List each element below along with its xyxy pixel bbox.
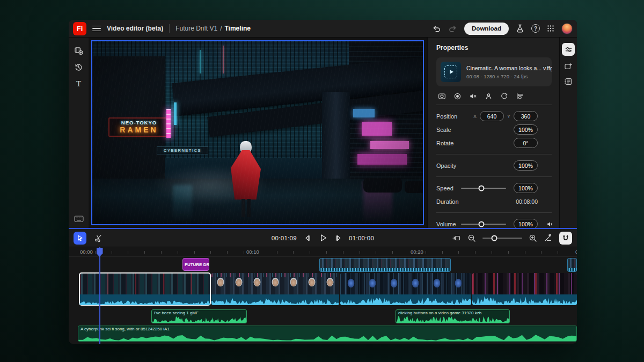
- fit-timeline-icon[interactable]: [452, 233, 461, 242]
- opacity-field[interactable]: 100%: [514, 160, 538, 171]
- clip-audio-waveform: [472, 294, 577, 305]
- speed-field[interactable]: 100%: [514, 183, 538, 193]
- timeline-toolbar: 00:01:09 01:00:00: [69, 228, 577, 247]
- timeline-zoom-controls: [452, 232, 572, 245]
- select-tool-button[interactable]: [74, 232, 86, 245]
- ruler-label: 00:20: [409, 249, 425, 255]
- timeline-panel: 00:00 00:10 00:20 00:30 FUTURE DRI I've …: [69, 247, 577, 344]
- properties-heading: Properties: [436, 44, 559, 51]
- speed-slider[interactable]: [461, 188, 506, 189]
- y-label: Y: [507, 114, 510, 119]
- next-frame-icon[interactable]: [334, 234, 342, 242]
- clip-thumbnails: [472, 273, 577, 294]
- audio-off-icon[interactable]: [469, 92, 477, 100]
- scale-field[interactable]: 100%: [514, 124, 538, 135]
- keyboard-shortcuts-icon[interactable]: [74, 214, 84, 224]
- ruler-label: 00:10: [245, 249, 261, 255]
- help-icon[interactable]: ?: [531, 24, 540, 33]
- divider: [436, 154, 552, 154]
- timeline-ruler[interactable]: 00:00 00:10 00:20 00:30: [69, 247, 577, 257]
- duration-label: Duration: [436, 198, 459, 205]
- layer-order-icon[interactable]: [515, 92, 524, 100]
- notes-panel-icon[interactable]: [564, 77, 573, 86]
- properties-tab-icon[interactable]: [562, 43, 575, 56]
- clip-audio-waveform: [78, 331, 576, 341]
- speed-slider-thumb[interactable]: [478, 185, 484, 191]
- topbar-actions: Download ?: [432, 23, 573, 35]
- clip-audio-waveform: [152, 315, 246, 323]
- rotate-field[interactable]: 0°: [514, 138, 538, 148]
- clip-meta: 00:08 · 1280 × 720 · 24 fps: [466, 73, 552, 79]
- app-title: Video editor (beta): [107, 25, 163, 32]
- text-tool-glyph: T: [76, 79, 81, 88]
- beta-flask-icon[interactable]: [516, 24, 524, 33]
- split-at-playhead-icon[interactable]: [544, 233, 553, 242]
- divider: [169, 24, 170, 33]
- reset-icon[interactable]: [500, 92, 508, 100]
- generated-video-icon: [444, 65, 457, 78]
- duration-value: 00:08:00: [516, 198, 538, 205]
- playhead[interactable]: [99, 247, 100, 344]
- text-tool-icon[interactable]: T: [74, 79, 84, 88]
- apps-grid-icon[interactable]: [547, 25, 554, 32]
- ruler-label: 00:30: [574, 249, 577, 255]
- user-avatar[interactable]: [561, 23, 573, 34]
- sound-clip-label: I've been seeing 1 gMF: [154, 311, 199, 315]
- breadcrumb-project[interactable]: Future Drift V1: [175, 25, 217, 32]
- position-x-field[interactable]: 640: [480, 111, 504, 121]
- scale-row: Scale 100%: [436, 123, 559, 136]
- video-clip-segment-3[interactable]: [340, 273, 471, 305]
- x-label: X: [473, 114, 477, 119]
- effects-icon[interactable]: [453, 92, 462, 100]
- snap-magnet-button[interactable]: [559, 232, 572, 245]
- zoom-in-icon[interactable]: [529, 234, 537, 242]
- selected-clip-card[interactable]: Cinematic. A woman looks a... v.ffgenvid…: [436, 57, 552, 86]
- transport-controls: 00:01:09 01:00:00: [272, 233, 374, 242]
- volume-label: Volume: [436, 221, 456, 227]
- subject-icon[interactable]: [484, 92, 493, 100]
- undo-icon[interactable]: [432, 24, 441, 33]
- clip-title: Cinematic. A woman looks a... v.ffgenvid: [466, 65, 552, 71]
- generate-media-icon[interactable]: [564, 62, 573, 71]
- rotate-row: Rotate 0°: [436, 136, 559, 150]
- video-clip-segment-2[interactable]: [211, 273, 339, 305]
- history-icon[interactable]: [74, 62, 84, 72]
- zoom-out-icon[interactable]: [467, 234, 476, 242]
- previous-frame-icon[interactable]: [303, 234, 312, 242]
- position-y-field[interactable]: 360: [514, 111, 538, 121]
- timeline-zoom-slider[interactable]: [482, 238, 522, 239]
- sound-effect-clip-2[interactable]: clicking buttons on a video game 31920 k…: [396, 309, 510, 323]
- sound-clip-label: clicking buttons on a video game 31920 k…: [398, 311, 481, 315]
- duration-row: Duration 00:08:00: [436, 195, 559, 208]
- sound-effect-clip-1[interactable]: I've been seeing 1 gMF: [151, 309, 247, 323]
- overlay-video-clip[interactable]: [567, 258, 577, 272]
- volume-slider-thumb[interactable]: [478, 221, 484, 227]
- add-media-icon[interactable]: [74, 46, 84, 55]
- mask-icon[interactable]: [437, 92, 446, 100]
- firefly-logo[interactable]: Fi: [73, 22, 86, 35]
- overlay-video-clip[interactable]: [319, 258, 451, 272]
- total-timecode: 01:00:00: [349, 235, 374, 241]
- download-button[interactable]: Download: [464, 23, 509, 35]
- split-tool-icon[interactable]: [94, 234, 103, 242]
- video-preview[interactable]: NEO-TOKYO RAMEN CYBERNETICS: [91, 40, 424, 225]
- opacity-row: Opacity 100%: [436, 159, 559, 172]
- main-row: T NEO-TOKYO: [69, 38, 577, 228]
- hamburger-menu-icon[interactable]: [92, 26, 101, 32]
- redo-icon[interactable]: [448, 24, 457, 33]
- divider: [436, 212, 552, 213]
- speaker-icon[interactable]: [546, 220, 554, 228]
- clip-card-text: Cinematic. A woman looks a... v.ffgenvid…: [466, 65, 552, 79]
- clip-quick-actions: [437, 92, 559, 100]
- speed-label: Speed: [436, 185, 453, 191]
- video-clip-segment-4[interactable]: [472, 273, 577, 305]
- breadcrumb-separator: /: [220, 25, 222, 32]
- text-clip[interactable]: FUTURE DRI: [182, 258, 209, 271]
- divider: [436, 176, 552, 177]
- play-button[interactable]: [318, 233, 327, 242]
- music-clip[interactable]: A cyberpunk sci fi song, with or 8512422…: [78, 326, 577, 342]
- timeline-zoom-thumb[interactable]: [492, 235, 497, 241]
- app-window: Fi Video editor (beta) Future Drift V1 /…: [69, 20, 577, 344]
- preview-area: NEO-TOKYO RAMEN CYBERNETICS: [89, 38, 427, 228]
- volume-slider[interactable]: [461, 224, 506, 225]
